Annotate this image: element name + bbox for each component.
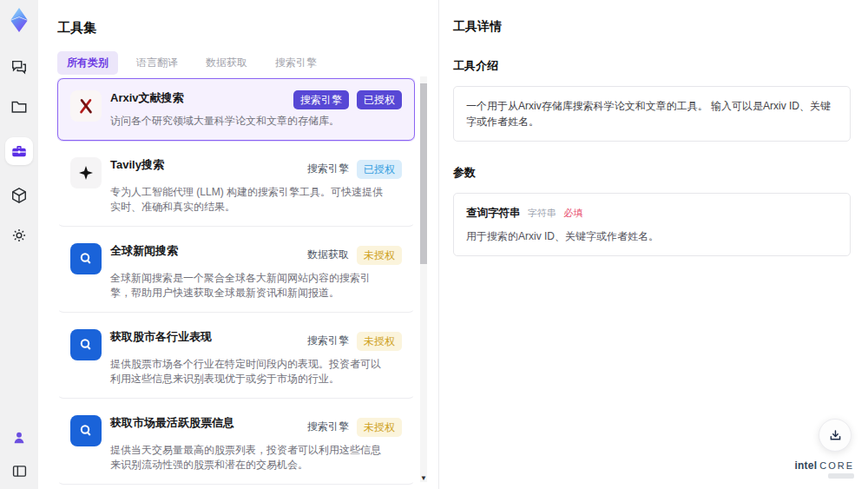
tool-card-list: Arxiv文献搜索 搜索引擎 已授权 访问各个研究领域大量科学论文和文章的存储库… — [57, 78, 415, 489]
tool-card-arxiv[interactable]: Arxiv文献搜索 搜索引擎 已授权 访问各个研究领域大量科学论文和文章的存储库… — [57, 78, 415, 141]
category-badge: 搜索引擎 — [293, 90, 349, 109]
param-name: 查询字符串 — [466, 207, 521, 219]
tab-search-engine[interactable]: 搜索引擎 — [266, 51, 326, 75]
category-label: 搜索引擎 — [307, 157, 349, 181]
scrollbar-down-arrow[interactable]: ▼ — [420, 474, 427, 482]
category-label: 搜索引擎 — [307, 329, 349, 353]
tool-description: 提供当天交易量最高的股票列表，投资者可以利用这些信息来识别流动性强的股票和潜在的… — [110, 443, 386, 472]
intel-text: intel — [795, 459, 818, 472]
core-text: CORE — [819, 460, 854, 471]
tool-card-stock-sectors[interactable]: 获取股市各行业表现 搜索引擎 未授权 提供股票市场各个行业在特定时间段内的表现。… — [57, 317, 415, 399]
tool-description: 专为人工智能代理 (LLM) 构建的搜索引擎工具。可快速提供实时、准确和真实的结… — [110, 185, 386, 215]
tool-card-global-news[interactable]: 全球新闻搜索 数据获取 未授权 全球新闻搜索是一个聚合全球各大新闻网站内容的搜索… — [57, 231, 415, 313]
blue-search-logo-icon — [70, 329, 102, 360]
param-type: 字符串 — [528, 208, 556, 218]
tool-name: Arxiv文献搜索 — [110, 90, 184, 106]
category-label: 搜索引擎 — [307, 415, 349, 439]
intro-text: 一个用于从Arxiv存储库搜索科学论文和文章的工具。 输入可以是Arxiv ID… — [466, 100, 831, 128]
tool-card-tavily[interactable]: Tavily搜索 搜索引擎 已授权 专为人工智能代理 (LLM) 构建的搜索引擎… — [57, 145, 415, 227]
blue-search-logo-icon — [70, 243, 102, 274]
panel-toggle-icon[interactable] — [10, 461, 29, 480]
auth-status-badge: 未授权 — [357, 418, 402, 437]
intro-heading: 工具介绍 — [453, 58, 851, 74]
detail-title: 工具详情 — [453, 19, 851, 35]
tool-detail-panel: 工具详情 工具介绍 一个用于从Arxiv存储库搜索科学论文和文章的工具。 输入可… — [438, 0, 868, 489]
app-logo — [6, 7, 32, 33]
folder-icon[interactable] — [10, 97, 29, 116]
tool-description: 访问各个研究领域大量科学论文和文章的存储库。 — [110, 114, 386, 129]
tool-name: Tavily搜索 — [110, 157, 164, 173]
tab-all-categories[interactable]: 所有类别 — [57, 51, 118, 75]
auth-status-badge: 未授权 — [357, 246, 402, 265]
tool-description: 全球新闻搜索是一个聚合全球各大新闻网站内容的搜索引擎，帮助用户快速获取全球最新资… — [110, 271, 386, 301]
auth-status-badge: 未授权 — [357, 332, 402, 351]
download-button[interactable] — [819, 419, 852, 452]
intro-box: 一个用于从Arxiv存储库搜索科学论文和文章的工具。 输入可以是Arxiv ID… — [453, 86, 851, 142]
page-title: 工具集 — [57, 20, 96, 36]
brand-subtag — [828, 473, 854, 479]
category-tabs: 所有类别 语言翻译 数据获取 搜索引擎 — [57, 51, 326, 75]
app-window: 工具集 所有类别 语言翻译 数据获取 搜索引擎 Arxiv文献搜索 — [0, 0, 868, 489]
category-label: 数据获取 — [307, 243, 349, 267]
user-avatar-icon[interactable] — [10, 428, 29, 447]
auth-status-badge: 已授权 — [357, 160, 402, 179]
tool-name: 获取市场最活跃股票信息 — [110, 415, 234, 431]
tool-card-active-stocks[interactable]: 获取市场最活跃股票信息 搜索引擎 未授权 提供当天交易量最高的股票列表，投资者可… — [57, 403, 415, 485]
param-required-flag: 必填 — [563, 208, 582, 218]
param-box: 查询字符串 字符串 必填 用于搜索的Arxiv ID、关键字或作者姓名。 — [453, 193, 851, 256]
toolbox-icon[interactable] — [5, 137, 33, 165]
tab-data-fetch[interactable]: 数据获取 — [196, 51, 257, 75]
intel-core-logo: intel CORE — [795, 459, 854, 479]
tool-description: 提供股票市场各个行业在特定时间段内的表现。投资者可以利用这些信息来识别表现优于或… — [110, 357, 386, 387]
cube-icon[interactable] — [10, 186, 29, 205]
arxiv-logo-icon — [70, 90, 102, 122]
scrollbar-thumb[interactable] — [420, 83, 427, 264]
param-description: 用于搜索的Arxiv ID、关键字或作者姓名。 — [466, 228, 838, 244]
tool-list-panel: 工具集 所有类别 语言翻译 数据获取 搜索引擎 Arxiv文献搜索 — [38, 0, 438, 489]
auth-status-badge: 已授权 — [357, 90, 402, 109]
blue-search-logo-icon — [70, 415, 102, 446]
sidebar-rail — [0, 0, 38, 489]
chat-icon[interactable] — [10, 57, 29, 76]
tool-name: 全球新闻搜索 — [110, 243, 178, 259]
tab-language-translation[interactable]: 语言翻译 — [127, 51, 187, 75]
tool-name: 获取股市各行业表现 — [110, 329, 212, 345]
tavily-star-icon — [70, 157, 102, 188]
settings-gear-icon[interactable] — [10, 226, 29, 245]
params-heading: 参数 — [453, 165, 851, 181]
